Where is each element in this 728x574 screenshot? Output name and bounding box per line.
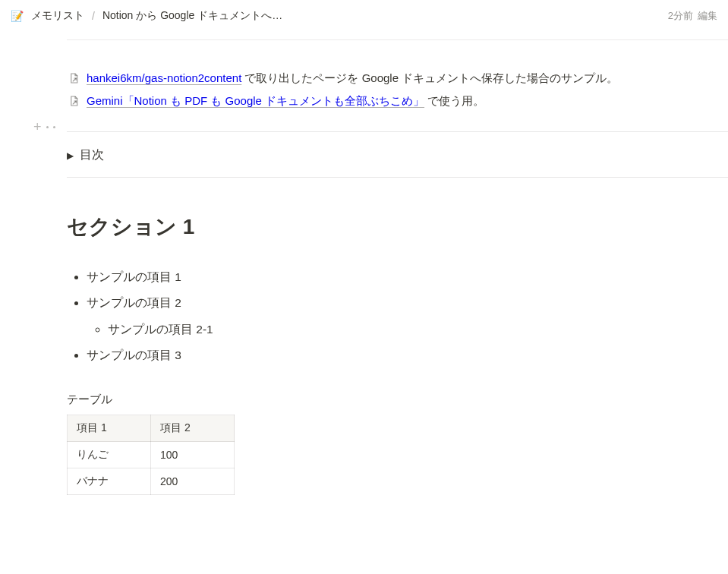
divider [67,39,728,40]
link-line-2: Gemini「Notion も PDF も Google ドキュメントも全部ぶち… [67,92,728,110]
triangle-right-icon: ▶ [67,150,74,161]
page-meta: 2分前 編集 [668,9,717,23]
list-item: サンプルの項目 3 [87,345,728,365]
data-table: 項目 1 項目 2 りんご 100 バナナ 200 [67,415,235,495]
list-item: サンプルの項目 2-1 [108,320,728,339]
section-1-heading: セクション 1 [67,213,728,241]
toc-label: 目次 [80,147,104,163]
page-icon: 📝 [11,11,24,21]
add-block-icon[interactable]: + [33,120,42,134]
list-item: サンプルの項目 2 サンプルの項目 2-1 [87,293,728,339]
edited-time: 2分前 [668,9,693,23]
breadcrumb: 📝 メモリスト / Notion から Google ドキュメントへ… [11,8,285,24]
table-caption: テーブル [67,393,728,407]
link-2-rest: で使う用。 [424,94,484,107]
link-1[interactable]: hankei6km/gas-notion2content [87,71,241,84]
block-gutter: + [33,120,55,134]
link-2[interactable]: Gemini「Notion も PDF も Google ドキュメントも全部ぶち… [87,94,424,107]
breadcrumb-parent[interactable]: メモリスト [28,8,87,24]
table-row: りんご 100 [68,442,235,468]
edited-label: 編集 [698,9,717,23]
page-link-icon [67,94,80,108]
list-item-label: サンプルの項目 2 [87,296,181,309]
table-cell: 100 [151,442,235,468]
table-header-cell: 項目 2 [151,415,235,442]
link-1-rest: で取り出したページを Google ドキュメントへ保存した場合のサンプル。 [241,71,618,84]
link-line-1: hankei6km/gas-notion2content で取り出したページを … [67,69,728,87]
divider [67,177,728,178]
divider [67,131,728,132]
table-cell: りんご [68,442,151,468]
breadcrumb-current[interactable]: Notion から Google ドキュメントへ… [99,8,285,24]
table-cell: 200 [151,468,235,495]
table-header-cell: 項目 1 [68,415,151,442]
list-item: サンプルの項目 1 [87,267,728,287]
page-link-icon [67,71,80,85]
bullet-list: サンプルの項目 1 サンプルの項目 2 サンプルの項目 2-1 サンプルの項目 … [67,267,728,365]
table-header-row: 項目 1 項目 2 [68,415,235,442]
toc-toggle[interactable]: ▶ 目次 [67,140,728,171]
breadcrumb-separator: / [92,10,95,22]
table-cell: バナナ [68,468,151,495]
drag-handle-icon[interactable] [46,126,55,128]
table-row: バナナ 200 [68,468,235,495]
